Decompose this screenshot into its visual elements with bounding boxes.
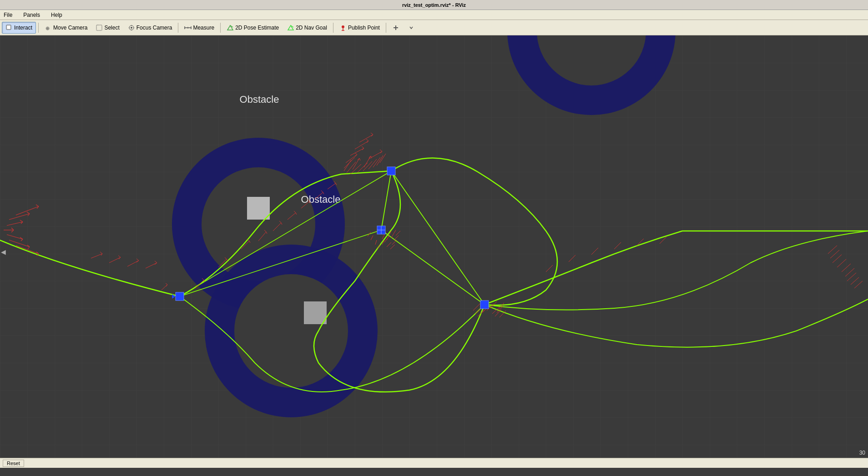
interact-button[interactable]: Interact (2, 22, 36, 34)
nav-goal-button[interactable]: 2D Nav Goal (283, 22, 331, 34)
nav-icon (287, 24, 294, 31)
menu-panels[interactable]: Panels (21, 11, 42, 19)
measure-button[interactable]: Measure (181, 22, 218, 34)
menu-bar: File Panels Help (0, 10, 868, 20)
menu-file[interactable]: File (2, 11, 14, 19)
window-title: rviz_test_optim.rviz* - RViz (402, 2, 466, 8)
add-button[interactable] (389, 22, 403, 34)
svg-rect-32 (304, 301, 327, 324)
svg-text:Obstacle: Obstacle (240, 94, 279, 105)
move-camera-button[interactable]: ⊕ Move Camera (41, 22, 91, 34)
svg-point-5 (131, 27, 132, 29)
focus-icon (128, 24, 135, 31)
measure-label: Measure (193, 25, 214, 31)
separator-5 (386, 23, 386, 33)
select-button[interactable]: Select (92, 22, 123, 34)
svg-marker-16 (288, 25, 293, 30)
svg-marker-14 (227, 25, 233, 30)
publish-point-button[interactable]: Publish Point (336, 22, 384, 34)
separator-4 (333, 23, 333, 33)
chevron-down-icon (408, 24, 415, 31)
grid-canvas: Obstacle Obstacle (0, 35, 868, 468)
reset-button[interactable]: Reset (3, 460, 24, 467)
nav-goal-label: 2D Nav Goal (296, 25, 327, 31)
menu-help[interactable]: Help (49, 11, 64, 19)
pose-estimate-label: 2D Pose Estimate (235, 25, 279, 31)
svg-point-31 (234, 274, 348, 388)
publish-icon (339, 24, 347, 31)
svg-text:⊕: ⊕ (45, 25, 50, 31)
title-bar: rviz_test_optim.rviz* - RViz (0, 0, 868, 10)
select-label: Select (104, 25, 119, 31)
fps-counter: 30 (859, 450, 865, 456)
pose-estimate-button[interactable]: 2D Pose Estimate (223, 22, 283, 34)
plus-icon (392, 24, 399, 31)
svg-rect-24 (0, 35, 868, 468)
move-camera-label: Move Camera (53, 25, 87, 31)
svg-rect-177 (387, 167, 395, 175)
separator-1 (38, 23, 39, 33)
svg-point-18 (342, 25, 344, 28)
select-icon (96, 24, 103, 31)
toolbar: Interact ⊕ Move Camera Select (0, 20, 868, 35)
interact-label: Interact (14, 25, 32, 31)
svg-rect-3 (96, 25, 102, 30)
focus-camera-button[interactable]: Focus Camera (124, 22, 176, 34)
focus-camera-label: Focus Camera (136, 25, 172, 31)
left-viewport-arrow: ◀ (1, 248, 6, 256)
svg-rect-181 (480, 301, 489, 309)
status-bar: Reset (0, 458, 868, 468)
pose-icon (227, 24, 234, 31)
separator-3 (220, 23, 221, 33)
publish-point-label: Publish Point (348, 25, 380, 31)
measure-icon (184, 24, 192, 31)
viewport[interactable]: Obstacle Obstacle (0, 35, 868, 468)
svg-rect-29 (247, 197, 270, 220)
move-icon: ⊕ (45, 24, 52, 31)
separator-2 (178, 23, 178, 33)
svg-rect-175 (176, 292, 184, 301)
more-button[interactable] (404, 22, 419, 34)
cursor-icon (5, 24, 13, 31)
svg-rect-1 (7, 25, 10, 29)
